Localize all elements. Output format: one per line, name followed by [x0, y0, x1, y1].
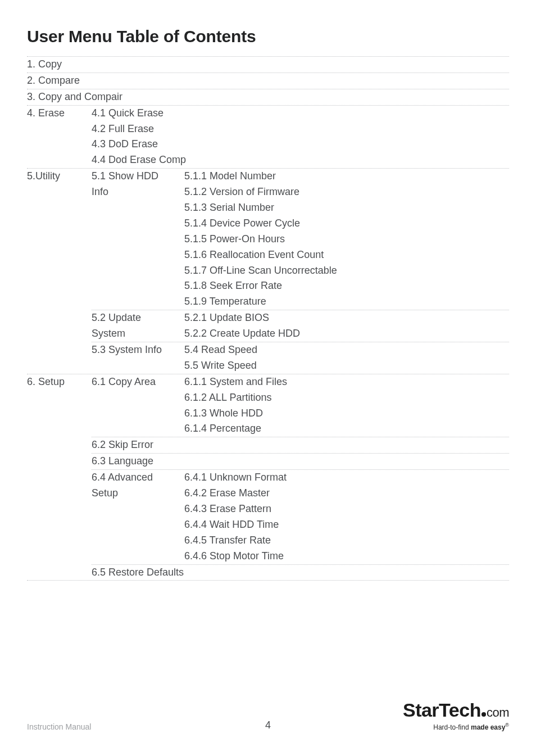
toc-item: 5.1 Show HDD: [92, 169, 184, 184]
logo-tag-a: Hard-to-find: [433, 723, 471, 731]
toc-section-5: 5.Utility 5.1 Show HDD Info 5.1.1 Model …: [27, 168, 509, 374]
toc-root: 1. Copy 2. Compare 3. Copy and Compair 4…: [27, 56, 509, 581]
logo-dot-icon: [482, 712, 486, 717]
toc-item: 5.5 Write Speed: [184, 358, 509, 374]
toc-item: 6.1.3 Whole HDD: [184, 406, 509, 422]
toc-item: 6.4.3 Erase Pattern: [184, 501, 509, 517]
toc-item: 5.2.1 Update BIOS: [184, 310, 509, 326]
toc-item: 5.1.3 Serial Number: [184, 200, 509, 216]
toc-item: 5.1.2 Version of Firmware: [184, 184, 509, 200]
toc-item: 6.3 Language: [92, 454, 509, 469]
toc-section-6: 6. Setup 6.1 Copy Area 6.1.1 System and …: [27, 374, 509, 581]
toc-item: 5.1.6 Reallocation Event Count: [184, 247, 509, 263]
footer-page-number: 4: [265, 719, 271, 731]
toc-item: Info: [92, 184, 184, 200]
toc-item: 5.2.2 Create Update HDD: [184, 326, 509, 342]
toc-item: 6.2 Skip Error: [92, 437, 509, 453]
toc-end-rule: [27, 580, 509, 581]
footer-manual-label: Instruction Manual: [27, 722, 91, 731]
toc-section-3: 3. Copy and Compair: [27, 89, 509, 105]
toc-item: 5.3 System Info: [92, 342, 184, 374]
toc-item: 5.1.8 Seek Error Rate: [184, 278, 509, 294]
toc-item: 6.4.4 Wait HDD Time: [184, 517, 509, 533]
toc-item: 4.4 Dod Erase Comp: [92, 152, 509, 168]
toc-item: 5.Utility: [27, 169, 92, 374]
toc-item: 4.3 DoD Erase: [92, 137, 509, 152]
toc-item: 3. Copy and Compair: [27, 89, 509, 105]
toc-item: 5.1.4 Device Power Cycle: [184, 216, 509, 232]
toc-item: 6.5 Restore Defaults: [92, 565, 509, 581]
toc-item: 5.1.1 Model Number: [184, 169, 509, 184]
toc-item: 6.4.2 Erase Master: [184, 486, 509, 501]
toc-section-1: 1. Copy: [27, 56, 509, 73]
page-title: User Menu Table of Contents: [27, 27, 509, 46]
toc-item: 6. Setup: [27, 374, 92, 581]
startech-logo: StarTechcom Hard-to-find made easy®: [403, 699, 509, 731]
toc-item: 2. Compare: [27, 73, 92, 89]
logo-tagline: Hard-to-find made easy®: [403, 722, 509, 731]
toc-item: 6.4.6 Stop Motor Time: [184, 549, 509, 564]
toc-item: 6.4 Advanced: [92, 470, 184, 486]
toc-item: 1. Copy: [27, 57, 92, 73]
toc-item: 5.1.9 Temperature: [184, 294, 509, 310]
toc-item: Setup: [92, 486, 184, 501]
toc-section-4: 4. Erase 4.1 Quick Erase 4.2 Full Erase …: [27, 105, 509, 169]
toc-item: 5.2 Update: [92, 310, 184, 326]
toc-item: 6.4.1 Unknown Format: [184, 470, 509, 486]
logo-tag-b: made easy: [471, 723, 505, 731]
toc-item: 6.1.1 System and Files: [184, 374, 509, 390]
toc-item: 6.4.5 Transfer Rate: [184, 533, 509, 549]
toc-item: 4.1 Quick Erase: [92, 106, 509, 121]
toc-section-2: 2. Compare: [27, 73, 509, 89]
toc-item: 4. Erase: [27, 106, 92, 169]
toc-item: 6.1 Copy Area: [92, 374, 184, 437]
logo-registered-icon: ®: [505, 722, 509, 728]
toc-item: System: [92, 326, 184, 342]
page-footer: Instruction Manual 4 StarTechcom Hard-to…: [27, 699, 509, 731]
toc-item: 6.1.2 ALL Partitions: [184, 390, 509, 406]
toc-item: 4.2 Full Erase: [92, 121, 509, 137]
logo-text-com: com: [487, 705, 509, 720]
toc-item: 6.1.4 Percentage: [184, 421, 509, 437]
toc-item: 5.4 Read Speed: [184, 342, 509, 358]
toc-item: 5.1.5 Power-On Hours: [184, 232, 509, 247]
toc-item: 5.1.7 Off-Line Scan Uncorrectable: [184, 263, 509, 279]
logo-text-main: StarTech: [403, 699, 481, 721]
